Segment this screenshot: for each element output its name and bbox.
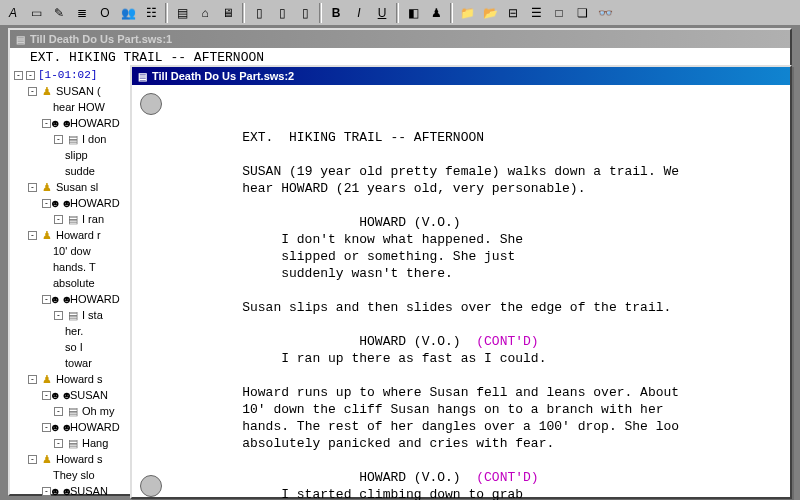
scene-marker-icon[interactable] <box>140 475 162 497</box>
dialogue-text: I started climbing down to grab her. The… <box>172 487 554 500</box>
tree-node-label: her. <box>65 323 83 339</box>
tree-node-label: absolute <box>53 275 95 291</box>
collapse-icon[interactable]: - <box>28 183 37 192</box>
tree-node-label: They slo <box>53 467 95 483</box>
toolbar-separator <box>242 3 245 23</box>
home-icon[interactable]: ⌂ <box>194 2 216 24</box>
collapse-icon[interactable]: - <box>54 439 63 448</box>
page2-icon[interactable]: ▯ <box>271 2 293 24</box>
tree-node-label: 10' dow <box>53 243 91 259</box>
binoc-icon[interactable]: 👓 <box>594 2 616 24</box>
collapse-icon[interactable]: - <box>54 311 63 320</box>
paint-icon[interactable]: ◧ <box>402 2 424 24</box>
collapse-icon[interactable]: - <box>26 71 35 80</box>
person-icon: ♟ <box>40 180 54 194</box>
underline-icon[interactable]: U <box>371 2 393 24</box>
page1-icon[interactable]: ▯ <box>248 2 270 24</box>
tree-node-label: sudde <box>65 163 95 179</box>
tree-node-label: SUSAN ( <box>56 83 101 99</box>
script-content[interactable]: EXT. HIKING TRAIL -- AFTERNOON SUSAN (19… <box>132 85 790 500</box>
heads-icon: ☻☻ <box>54 196 68 210</box>
toolbar-separator <box>319 3 322 23</box>
bold-icon[interactable]: B <box>325 2 347 24</box>
tree-node-label: hear HOW <box>53 99 105 115</box>
collapse-icon[interactable]: - <box>28 87 37 96</box>
collapse-icon[interactable]: - <box>28 455 37 464</box>
doc-text-icon[interactable]: ☷ <box>140 2 162 24</box>
tree-node-label: I ran <box>82 211 104 227</box>
toolbar-separator <box>450 3 453 23</box>
heads-icon: ☻☻ <box>54 388 68 402</box>
doc-icon: ▤ <box>66 404 80 418</box>
doc-icon: ▤ <box>66 308 80 322</box>
scene-number: [1-01:02] <box>38 67 97 83</box>
mdi-workspace: ▤ Till Death Do Us Part.sws:1 EXT. HIKIN… <box>0 26 800 500</box>
tree-node-label: hands. T <box>53 259 96 275</box>
script-window-titlebar[interactable]: ▤ Till Death Do Us Part.sws:2 <box>132 67 790 85</box>
card-icon[interactable]: ⊟ <box>502 2 524 24</box>
scene-marker-icon[interactable] <box>140 93 162 115</box>
doc-icon: ▤ <box>13 32 27 46</box>
doc-icon: ▤ <box>66 212 80 226</box>
green-doc-icon[interactable]: ▤ <box>171 2 193 24</box>
tree-node-label: Howard r <box>56 227 101 243</box>
tree-node-label: so I <box>65 339 83 355</box>
doc-icon: ▤ <box>66 132 80 146</box>
user-icon[interactable]: ♟ <box>425 2 447 24</box>
outline-window-title: Till Death Do Us Part.sws:1 <box>30 33 172 45</box>
find-icon[interactable]: ❏ <box>571 2 593 24</box>
italic-icon[interactable]: I <box>348 2 370 24</box>
script-window: ▤ Till Death Do Us Part.sws:2 EXT. HIKIN… <box>130 65 792 499</box>
character-cue: HOWARD (V.O.) (CONT'D) <box>172 470 539 485</box>
doc-lines-icon[interactable]: ≣ <box>71 2 93 24</box>
doc-icon: ▤ <box>66 436 80 450</box>
pc-icon[interactable]: 🖥 <box>217 2 239 24</box>
tree-node-label: SUSAN <box>70 483 108 499</box>
tree-node-label: HOWARD <box>70 291 120 307</box>
collapse-icon[interactable]: - <box>54 215 63 224</box>
character-cue: HOWARD (V.O.) <box>172 215 461 230</box>
collapse-icon[interactable]: - <box>28 375 37 384</box>
folder2-icon[interactable]: 📂 <box>479 2 501 24</box>
paren-o-icon[interactable]: O <box>94 2 116 24</box>
tree-node-label: I sta <box>82 307 103 323</box>
font-a-icon[interactable]: A <box>2 2 24 24</box>
main-toolbar: A▭✎≣O👥☷▤⌂🖥▯▯▯BIU◧♟📁📂⊟☰□❏👓 <box>0 0 800 26</box>
character-cue: HOWARD (V.O.) (CONT'D) <box>172 334 539 349</box>
outline-window-titlebar[interactable]: ▤ Till Death Do Us Part.sws:1 <box>10 30 790 48</box>
scene-header-behind: EXT. HIKING TRAIL -- AFTERNOON <box>10 48 790 65</box>
person-icon: ♟ <box>40 372 54 386</box>
tree-node-label: slipp <box>65 147 88 163</box>
collapse-icon[interactable]: - <box>28 231 37 240</box>
doc-icon: ▤ <box>135 69 149 83</box>
list-icon[interactable]: ☰ <box>525 2 547 24</box>
person-icon: ♟ <box>40 228 54 242</box>
people-icon[interactable]: 👥 <box>117 2 139 24</box>
collapse-icon[interactable]: - <box>14 71 23 80</box>
dialogue-text: I don't know what happened. She slipped … <box>172 232 523 281</box>
new-doc-icon[interactable]: ▭ <box>25 2 47 24</box>
action-text: Howard runs up to where Susan fell and l… <box>172 385 679 451</box>
collapse-icon[interactable]: - <box>54 135 63 144</box>
page3-icon[interactable]: ▯ <box>294 2 316 24</box>
tree-node-label: Howard s <box>56 451 102 467</box>
tree-node-label: HOWARD <box>70 419 120 435</box>
contd-marker: (CONT'D) <box>476 470 538 485</box>
tree-node-label: Hang <box>82 435 108 451</box>
heads-icon: ☻☻ <box>54 420 68 434</box>
blank-icon[interactable]: □ <box>548 2 570 24</box>
tree-node-label: SUSAN <box>70 387 108 403</box>
scene-heading: EXT. HIKING TRAIL -- AFTERNOON <box>172 130 484 145</box>
tree-node-label: HOWARD <box>70 115 120 131</box>
tree-node-label: Howard s <box>56 371 102 387</box>
folder-icon[interactable]: 📁 <box>456 2 478 24</box>
person-yellow-icon[interactable]: ✎ <box>48 2 70 24</box>
tree-node-label: Oh my <box>82 403 114 419</box>
heads-icon: ☻☻ <box>54 484 68 498</box>
person-icon: ♟ <box>40 452 54 466</box>
tree-node-label: towar <box>65 355 92 371</box>
collapse-icon[interactable]: - <box>54 407 63 416</box>
contd-marker: (CONT'D) <box>476 334 538 349</box>
tree-node-label: HOWARD <box>70 195 120 211</box>
toolbar-separator <box>396 3 399 23</box>
